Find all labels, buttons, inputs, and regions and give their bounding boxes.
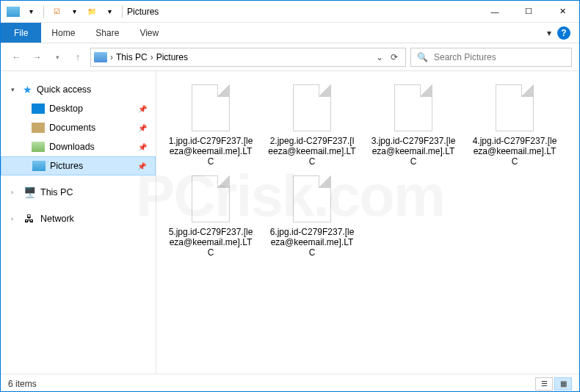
file-grid: 1.jpg.id-C279F237.[leeza@keemail.me].LTC… [167, 84, 569, 258]
chevron-right-icon[interactable]: › [151, 52, 153, 62]
file-icon [293, 84, 331, 131]
sidebar-item-label: Desktop [49, 104, 83, 114]
recent-dropdown[interactable]: ▾ [49, 49, 65, 65]
divider [122, 6, 123, 18]
refresh-icon[interactable]: ⟳ [391, 52, 398, 62]
tab-share[interactable]: Share [85, 23, 129, 43]
file-item[interactable]: 6.jpg.id-C279F237.[leeza@keemail.me].LTC [268, 175, 356, 258]
sidebar-item-label: Documents [49, 123, 95, 133]
address-dropdown-icon[interactable]: ⌄ [376, 52, 383, 62]
qat-customize[interactable]: ▾ [101, 4, 117, 20]
window-controls: — ☐ ✕ [478, 1, 579, 23]
sidebar-item-label: Pictures [50, 161, 83, 171]
file-item[interactable]: 3.jpg.id-C279F237.[leeza@keemail.me].LTC [369, 84, 457, 167]
qat-drop-1[interactable]: ▾ [23, 4, 39, 20]
pin-icon: 📌 [138, 105, 147, 113]
back-button[interactable]: ← [8, 49, 24, 65]
file-item[interactable]: 1.jpg.id-C279F237.[leeza@keemail.me].LTC [167, 84, 255, 167]
properties-icon[interactable]: ☑ [48, 4, 65, 20]
chevron-right-icon[interactable]: › [11, 189, 18, 196]
minimize-button[interactable]: — [478, 1, 512, 23]
file-item[interactable]: 2.jpeg.id-C279F237.[leeza@keemail.me].LT… [268, 84, 356, 167]
file-icon [496, 84, 534, 131]
file-icon [192, 84, 230, 131]
star-icon: ★ [23, 84, 32, 95]
pin-icon: 📌 [138, 124, 147, 132]
pin-icon: 📌 [138, 143, 147, 151]
file-name: 1.jpg.id-C279F237.[leeza@keemail.me].LTC [167, 136, 255, 167]
ribbon: File Home Share View ▾ ? [1, 23, 579, 43]
forward-button[interactable]: → [29, 49, 45, 65]
chevron-right-icon[interactable]: › [110, 52, 113, 62]
sidebar-item-label: Downloads [49, 142, 95, 152]
navigation-pane: ▾ ★ Quick access Desktop📌Documents📌Downl… [1, 71, 156, 374]
breadcrumb-item[interactable]: Pictures [156, 52, 188, 62]
file-icon [293, 175, 331, 222]
main: ▾ ★ Quick access Desktop📌Documents📌Downl… [1, 71, 579, 374]
this-pc[interactable]: › 🖥️ This PC [1, 183, 156, 202]
details-view-button[interactable]: ☰ [535, 377, 553, 391]
item-count: 6 items [8, 379, 37, 389]
search-input[interactable]: 🔍 Search Pictures [410, 48, 572, 67]
sidebar-item-pictures[interactable]: Pictures📌 [1, 156, 156, 175]
location-icon [94, 52, 107, 62]
maximize-button[interactable]: ☐ [512, 1, 545, 23]
tab-view[interactable]: View [129, 23, 169, 43]
tab-home[interactable]: Home [41, 23, 85, 43]
quick-access-label: Quick access [37, 84, 91, 95]
breadcrumb[interactable]: › This PC › Pictures ⌄ ⟳ [90, 48, 406, 67]
folder-icon [32, 104, 45, 114]
chevron-right-icon[interactable]: › [11, 215, 18, 222]
folder-icon [32, 161, 46, 171]
file-name: 3.jpg.id-C279F237.[leeza@keemail.me].LTC [369, 136, 457, 167]
qat-drop-2[interactable]: ▾ [66, 4, 82, 20]
search-placeholder: Search Pictures [434, 52, 496, 62]
help-icon[interactable]: ? [557, 26, 570, 40]
qat: ▾ ☑ ▾ 📁 ▾ Pictures [1, 4, 159, 20]
window-title: Pictures [127, 7, 159, 17]
network-icon: 🖧 [23, 214, 36, 224]
file-name: 2.jpeg.id-C279F237.[leeza@keemail.me].LT… [268, 136, 356, 167]
sidebar-item-downloads[interactable]: Downloads📌 [1, 137, 156, 156]
file-name: 5.jpg.id-C279F237.[leeza@keemail.me].LTC [167, 227, 255, 258]
file-item[interactable]: 4.jpg.id-C279F237.[leeza@keemail.me].LTC [471, 84, 559, 167]
search-icon: 🔍 [417, 52, 428, 62]
pin-icon: 📌 [137, 162, 146, 170]
up-button[interactable]: ↑ [70, 49, 86, 65]
pc-icon: 🖥️ [23, 187, 36, 197]
title-bar: ▾ ☑ ▾ 📁 ▾ Pictures — ☐ ✕ [1, 1, 579, 23]
file-tab[interactable]: File [1, 23, 41, 43]
folder-icon [32, 142, 45, 152]
content-pane[interactable]: 1.jpg.id-C279F237.[leeza@keemail.me].LTC… [156, 71, 579, 374]
file-name: 4.jpg.id-C279F237.[leeza@keemail.me].LTC [471, 136, 559, 167]
status-bar: 6 items ☰ ▦ [1, 374, 579, 392]
chevron-down-icon[interactable]: ▾ [11, 86, 18, 93]
thumbnails-view-button[interactable]: ▦ [554, 377, 572, 391]
sidebar-item-documents[interactable]: Documents📌 [1, 118, 156, 137]
file-icon [192, 175, 230, 222]
quick-access[interactable]: ▾ ★ Quick access [1, 80, 156, 99]
ribbon-expand-icon[interactable]: ▾ [547, 28, 551, 38]
network[interactable]: › 🖧 Network [1, 209, 156, 228]
sidebar-item-desktop[interactable]: Desktop📌 [1, 99, 156, 118]
divider [43, 6, 44, 18]
network-label: Network [40, 214, 74, 224]
folder-icon [32, 123, 45, 133]
folder-icon[interactable] [5, 4, 21, 20]
breadcrumb-item[interactable]: This PC [116, 52, 148, 62]
new-folder-icon[interactable]: 📁 [84, 4, 100, 20]
file-icon [394, 84, 432, 131]
file-item[interactable]: 5.jpg.id-C279F237.[leeza@keemail.me].LTC [167, 175, 255, 258]
close-button[interactable]: ✕ [545, 1, 579, 23]
this-pc-label: This PC [40, 187, 73, 197]
file-name: 6.jpg.id-C279F237.[leeza@keemail.me].LTC [268, 227, 356, 258]
address-bar: ← → ▾ ↑ › This PC › Pictures ⌄ ⟳ 🔍 Searc… [1, 43, 579, 71]
